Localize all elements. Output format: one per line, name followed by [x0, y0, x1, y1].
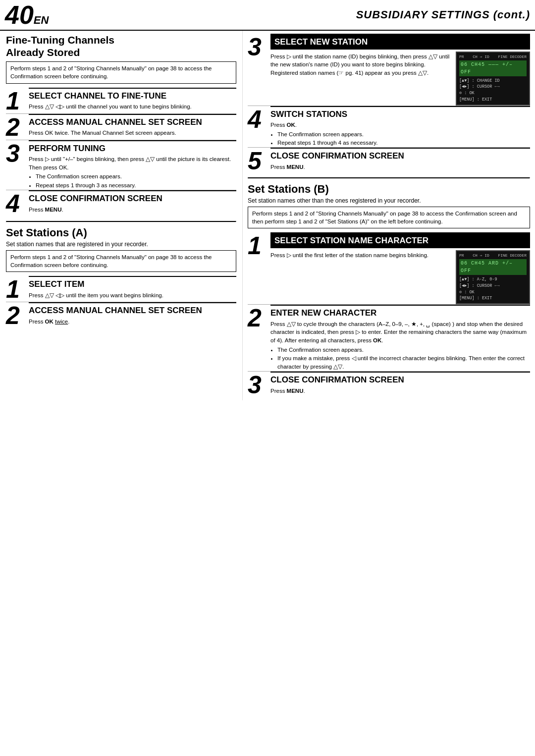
header-title: SUBSIDIARY SETTINGS (cont.): [356, 8, 530, 21]
set-stations-a-desc: Set station names that are registered in…: [6, 241, 236, 248]
step-number-1: 1: [6, 89, 27, 113]
set-b-step-number-2: 2: [248, 306, 268, 330]
fine-tune-step-3: 3 PERFORM TUNING Press ▷ until "+/–" beg…: [6, 140, 236, 190]
set-stations-a-section: Set Stations (A) Set station names that …: [6, 226, 236, 328]
set-stations-b-desc: Set station names other than the ones re…: [248, 197, 530, 204]
set-a-step-number-1: 1: [6, 277, 27, 302]
set-b-body-3: Press MENU.: [270, 386, 530, 396]
set-b-step-2: 2 ENTER NEW CHARACTER Press △▽ to cycle …: [248, 305, 530, 371]
fine-tune-title: Fine-Tuning Channels Already Stored: [6, 34, 236, 58]
right-step-5: 5 CLOSE CONFIRMATION SCREEN Press MENU.: [248, 148, 530, 173]
set-stations-b-intro: Perform steps 1 and 2 of "Storing Channe…: [248, 207, 530, 228]
right-step-number-3: 3: [248, 35, 268, 59]
fine-tune-section: Fine-Tuning Channels Already Stored Perf…: [6, 34, 236, 216]
right-step-number-4: 4: [248, 107, 268, 132]
main-columns: Fine-Tuning Channels Already Stored Perf…: [0, 31, 535, 400]
right-step-4: 4 SWITCH STATIONS Press OK. The Confirma…: [248, 106, 530, 148]
set-b-body-2: Press △▽ to cycle through the characters…: [270, 319, 530, 346]
set-a-step-1: 1 SELECT ITEM Press △▽ ◁▷ until the item…: [6, 276, 236, 302]
select-station-name-screen: PR CH ⇒ ID FINE DECODER 06 CH45 ARD +/– …: [456, 250, 530, 304]
set-stations-b-section: Set Stations (B) Set station names other…: [248, 183, 530, 397]
set-b-step-number-1: 1: [248, 233, 268, 258]
step-heading-4: CLOSE CONFIRMATION SCREEN: [29, 194, 236, 204]
fine-tune-step-1: 1 SELECT CHANNEL TO FINE-TUNE Press △▽ ◁…: [6, 88, 236, 113]
page-header: 40 EN SUBSIDIARY SETTINGS (cont.): [0, 0, 535, 31]
right-heading-4: SWITCH STATIONS: [270, 109, 530, 119]
set-b-step-3: 3 CLOSE CONFIRMATION SCREEN Press MENU.: [248, 372, 530, 397]
step-body-2: Press OK twice. The Manual Channel Set s…: [29, 128, 236, 138]
set-stations-a-title: Set Stations (A): [6, 226, 236, 239]
right-column: 3 SELECT NEW STATION PR CH ⇒ ID FINE DEC…: [243, 31, 535, 400]
set-stations-a-intro: Perform steps 1 and 2 of "Storing Channe…: [6, 250, 236, 272]
set-b-heading-1: SELECT STATION NAME CHARACTER: [274, 236, 526, 246]
set-a-body-1: Press △▽ ◁▷ until the item you want begi…: [29, 290, 236, 301]
right-heading-3: SELECT NEW STATION: [274, 37, 526, 47]
step-heading-1: SELECT CHANNEL TO FINE-TUNE: [29, 91, 236, 101]
set-stations-b-title: Set Stations (B): [248, 183, 530, 196]
set-b-step-1: 1 SELECT STATION NAME CHARACTER PR CH ⇒ …: [248, 232, 530, 304]
step-heading-3: PERFORM TUNING: [29, 144, 236, 154]
left-column: Fine-Tuning Channels Already Stored Perf…: [0, 31, 243, 400]
step-bullets-3: The Confirmation screen appears. Repeat …: [36, 172, 236, 190]
step-heading-2: ACCESS MANUAL CHANNEL SET SCREEN: [29, 117, 236, 127]
right-body-4: Press OK.: [270, 120, 530, 130]
set-b-heading-3: CLOSE CONFIRMATION SCREEN: [270, 375, 530, 385]
fine-tune-intro: Perform steps 1 and 2 of "Storing Channe…: [6, 61, 236, 83]
fine-tune-step-4: 4 CLOSE CONFIRMATION SCREEN Press MENU.: [6, 190, 236, 216]
set-b-step-number-3: 3: [248, 373, 268, 397]
step-number-2: 2: [6, 115, 27, 140]
select-new-station-screen: PR CH ⇒ ID FINE DECODER 06 CH45 ——— +/– …: [456, 52, 530, 106]
step-number-4: 4: [6, 191, 27, 216]
right-step-3: 3 SELECT NEW STATION PR CH ⇒ ID FINE DEC…: [248, 34, 530, 106]
step-body-4: Press MENU.: [29, 205, 236, 215]
set-b-bullets-2: The Confirmation screen appears. If you …: [277, 346, 530, 372]
set-a-body-2: Press OK twice.: [29, 317, 236, 327]
step-number-3: 3: [6, 141, 27, 166]
right-bullets-4: The Confirmation screen appears. Repeat …: [277, 130, 530, 148]
page-number: 40 EN: [5, 2, 49, 28]
set-a-step-2: 2 ACCESS MANUAL CHANNEL SET SCREEN Press…: [6, 302, 236, 328]
step-body-1: Press △▽ ◁▷ until the channel you want t…: [29, 102, 236, 112]
right-step-number-5: 5: [248, 149, 268, 173]
right-body-5: Press MENU.: [270, 162, 530, 172]
set-a-step-number-2: 2: [6, 303, 27, 328]
step-body-3: Press ▷ until "+/–" begins blinking, the…: [29, 154, 236, 172]
fine-tune-step-2: 2 ACCESS MANUAL CHANNEL SET SCREEN Press…: [6, 114, 236, 140]
set-b-heading-2: ENTER NEW CHARACTER: [270, 308, 530, 318]
right-heading-5: CLOSE CONFIRMATION SCREEN: [270, 151, 530, 161]
set-a-heading-2: ACCESS MANUAL CHANNEL SET SCREEN: [29, 306, 236, 316]
set-a-heading-1: SELECT ITEM: [29, 279, 236, 289]
